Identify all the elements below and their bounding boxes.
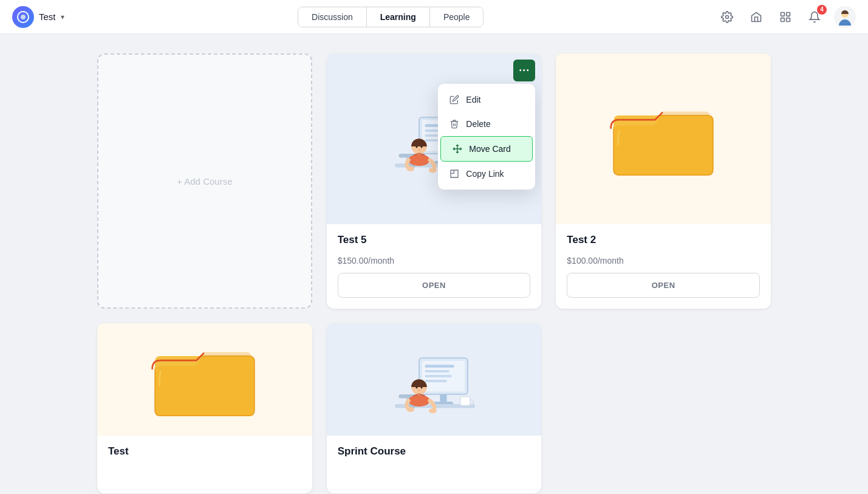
svg-rect-4 [781,18,785,21]
add-course-card[interactable]: + Add Course [97,53,312,309]
svg-rect-33 [425,380,447,382]
svg-rect-30 [425,365,454,368]
course-info-sprint: Sprint Course [327,436,542,493]
card-menu-button-test5[interactable]: ··· [513,60,535,81]
svg-rect-27 [451,170,454,173]
svg-rect-3 [787,12,790,16]
link-icon [449,168,460,179]
svg-point-1 [21,15,26,19]
course-info-test: Test [97,436,312,493]
header: Test ▾ Discussion Learning People [0,0,868,34]
add-course-label: + Add Course [177,176,232,187]
svg-rect-31 [425,370,449,372]
grid-icon[interactable] [776,7,795,27]
main-content: + Add Course [0,34,868,494]
svg-rect-5 [787,18,790,21]
course-thumbnail-test2 [556,53,771,224]
svg-point-43 [421,386,423,388]
svg-point-23 [421,146,423,148]
course-thumbnail-test5: ··· Edit [327,53,542,224]
nav-discussion[interactable]: Discussion [298,7,367,27]
main-nav: Discussion Learning People [298,7,484,27]
svg-point-20 [409,154,430,165]
course-card-sprint: Sprint Course [327,323,542,493]
trash-icon [449,118,460,129]
course-card-test2: Test 2 $100.00/month OPEN [556,53,771,309]
settings-icon[interactable] [717,7,737,27]
notification-badge: 4 [817,5,827,15]
menu-item-move-card[interactable]: Move Card [440,136,533,162]
svg-rect-32 [425,375,452,377]
header-right: 4 [717,6,856,28]
avatar[interactable] [834,6,856,28]
svg-point-42 [416,386,418,388]
edit-icon [449,94,460,105]
menu-item-edit[interactable]: Edit [438,87,535,112]
course-info-test2: Test 2 [556,224,771,256]
course-thumbnail-test [97,323,312,436]
course-card-test5: ··· Edit [327,53,542,309]
org-logo[interactable] [12,6,34,28]
nav-people[interactable]: People [430,7,484,27]
course-thumbnail-sprint [327,323,542,436]
svg-point-44 [419,389,420,391]
menu-item-copy-link[interactable]: Copy Link [438,162,535,186]
course-title-sprint: Sprint Course [338,445,531,458]
course-title-test5: Test 5 [338,234,531,246]
org-name: Test [39,12,56,22]
svg-rect-37 [460,397,470,405]
course-title-test: Test [108,445,301,458]
notification-wrapper[interactable]: 4 [805,7,824,27]
home-icon[interactable] [747,7,766,27]
menu-item-delete[interactable]: Delete [438,112,535,136]
org-dropdown-icon[interactable]: ▾ [61,13,64,21]
svg-point-24 [419,149,420,150]
svg-rect-2 [781,12,785,16]
course-info-test5: Test 5 [327,224,542,256]
course-card-test: Test [97,323,312,493]
svg-point-46 [429,408,437,413]
course-price-test5: $150.00/month [327,256,542,273]
move-icon [452,143,463,154]
nav-learning[interactable]: Learning [367,7,430,27]
course-title-test2: Test 2 [567,234,760,246]
open-button-test2[interactable]: OPEN [567,273,760,298]
svg-point-45 [407,407,415,411]
svg-point-26 [429,168,437,173]
open-button-test5[interactable]: OPEN [338,273,531,298]
svg-point-25 [407,166,415,171]
course-price-test2: $100.00/month [556,256,771,273]
svg-point-22 [416,146,418,148]
header-left: Test ▾ [12,6,64,28]
dropdown-menu-test5: Edit Delete [438,84,535,190]
svg-point-40 [409,394,430,406]
